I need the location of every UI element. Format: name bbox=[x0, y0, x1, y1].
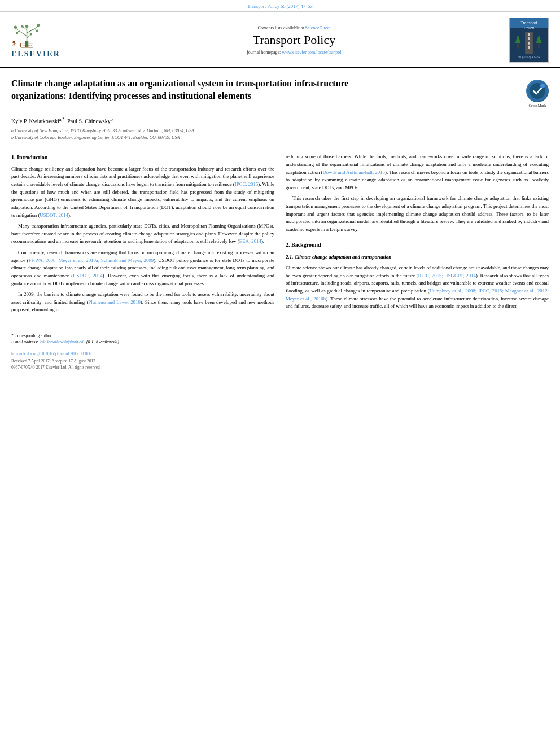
intro-para-1: Climate change resiliency and adaptation… bbox=[11, 165, 274, 219]
doi-link[interactable]: http://dx.doi.org/10.1016/j.tranpol.2017… bbox=[11, 351, 91, 356]
author-email-link[interactable]: kyle.kwiatkowski@unh.edu bbox=[40, 339, 85, 344]
cover-illustration: Transport Policy 60 (2017) 47–53 bbox=[509, 18, 549, 62]
subsection-title: Climate change adaptation and transporta… bbox=[295, 254, 392, 260]
right-para-2: This research takes the first step in de… bbox=[286, 195, 549, 233]
dowds-link[interactable]: Dowds and Aultman-hall, 2015 bbox=[322, 169, 384, 175]
article-title-section: Climate change adaptation as an organiza… bbox=[11, 77, 549, 111]
crossmark-badge[interactable] bbox=[526, 80, 549, 102]
svg-point-4 bbox=[37, 24, 40, 27]
copyright-section: 0967-070X/© 2017 Elsevier Ltd. All right… bbox=[0, 364, 560, 374]
corresponding-note: * Corresponding author. bbox=[11, 333, 549, 339]
affiliations: a University of New Hampshire, W183 King… bbox=[11, 128, 549, 141]
article-body: 1. Introduction Climate change resilienc… bbox=[11, 153, 549, 317]
svg-text:ELSEVIER: ELSEVIER bbox=[23, 45, 33, 47]
eea-2014-link[interactable]: EEA, 2014 bbox=[239, 238, 261, 244]
intro-title: Introduction bbox=[17, 154, 47, 160]
article-content: Climate change adaptation as an organiza… bbox=[0, 68, 560, 323]
page-wrapper: Transport Policy 60 (2017) 47–53 bbox=[0, 0, 560, 374]
journal-center: Contents lists available at ScienceDirec… bbox=[79, 25, 509, 55]
svg-point-7 bbox=[25, 25, 29, 28]
received-text: Received 7 April 2017; Accepted 17 Augus… bbox=[11, 359, 95, 364]
affiliation-1: a University of New Hampshire, W183 King… bbox=[11, 128, 549, 134]
elsevier-logo: ELSEVIER ELSEVIER bbox=[11, 21, 79, 59]
intro-para-3: Concurrently, research frameworks are em… bbox=[11, 249, 274, 287]
svg-text:60 (2017) 47–53: 60 (2017) 47–53 bbox=[518, 55, 540, 59]
journal-cover-image: Transport Policy 60 (2017) 47–53 bbox=[509, 18, 549, 63]
subsection-heading: 2.1. Climate change adaptation and trans… bbox=[286, 254, 549, 261]
author2-name: Paul S. Chinowsky bbox=[67, 118, 110, 124]
sciencedirect-link[interactable]: ScienceDirect bbox=[305, 25, 331, 30]
journal-homepage: journal homepage: www.elsevier.com/locat… bbox=[90, 50, 498, 55]
svg-text:Transport: Transport bbox=[521, 21, 537, 25]
doi-section: http://dx.doi.org/10.1016/j.tranpol.2017… bbox=[0, 349, 560, 359]
article-divider bbox=[11, 147, 549, 147]
subsection-number: 2.1. bbox=[286, 254, 294, 260]
humphrey-link[interactable]: Humphrey et al., 2008; IPCC, 2015; Meagh… bbox=[286, 288, 549, 302]
svg-text:Policy: Policy bbox=[524, 26, 535, 30]
author2-sup: b bbox=[111, 117, 113, 122]
intro-para-2: Many transportation infrastructure agenc… bbox=[11, 222, 274, 246]
usdot-2014-link-1[interactable]: USDOT, 2014 bbox=[40, 212, 68, 218]
subsection-para: Climate science shows our climate has al… bbox=[286, 264, 549, 311]
svg-point-3 bbox=[21, 25, 24, 28]
contents-available-text: Contents lists available at ScienceDirec… bbox=[90, 25, 498, 30]
elsevier-tree-icon: ELSEVIER bbox=[11, 21, 42, 49]
ipcc-2015-link-1[interactable]: IPCC, 2015 bbox=[235, 181, 259, 187]
received-section: Received 7 April 2017; Accepted 17 Augus… bbox=[0, 359, 560, 364]
crossmark-container: CrossMark bbox=[526, 80, 549, 108]
author1-name: Kyle P. Kwiatkowski bbox=[11, 118, 59, 124]
svg-point-5 bbox=[36, 29, 39, 32]
footer-section: * Corresponding author. E-mail address: … bbox=[0, 329, 560, 349]
plumeau-link[interactable]: Plumeau and Lawe, 2010 bbox=[88, 299, 140, 305]
background-title: Background bbox=[291, 242, 321, 248]
citation-text: Transport Policy 60 (2017) 47–53 bbox=[247, 3, 312, 9]
column-right: reducing some of those barriers. While t… bbox=[286, 153, 549, 317]
crossmark-label: CrossMark bbox=[528, 103, 546, 108]
svg-rect-20 bbox=[528, 37, 530, 40]
intro-heading: 1. Introduction bbox=[11, 153, 274, 162]
copyright-text: 0967-070X/© 2017 Elsevier Ltd. All right… bbox=[11, 365, 101, 370]
article-title: Climate change adaptation as an organiza… bbox=[11, 77, 395, 103]
usdot-2014-link-2[interactable]: USDOT, 2014 bbox=[73, 273, 103, 278]
fhwa-link[interactable]: FHWA, 2008; Meyer et al., 2010a; Schmidt… bbox=[29, 257, 154, 263]
intro-para-4: In 2009, the barriers to climate change … bbox=[11, 291, 274, 314]
journal-url[interactable]: www.elsevier.com/locate/tranpol bbox=[282, 50, 341, 55]
ipcc-usgcrp-link[interactable]: IPCC, 2015; USGCRP, 2014 bbox=[418, 273, 476, 278]
email-footnote: E-mail address: kyle.kwiatkowski@unh.edu… bbox=[11, 339, 549, 345]
journal-header: ELSEVIER ELSEVIER Contents lists availab… bbox=[0, 11, 560, 68]
svg-rect-22 bbox=[528, 46, 530, 49]
author1-sup: a,* bbox=[59, 117, 65, 122]
svg-point-28 bbox=[540, 84, 545, 88]
crossmark-icon bbox=[527, 80, 548, 102]
background-number: 2. bbox=[286, 242, 290, 248]
svg-point-8 bbox=[12, 41, 15, 44]
journal-title: Transport Policy bbox=[90, 33, 498, 47]
background-heading: 2. Background bbox=[286, 241, 549, 250]
svg-point-6 bbox=[30, 33, 33, 36]
svg-point-2 bbox=[16, 32, 19, 34]
right-para-1: reducing some of those barriers. While t… bbox=[286, 153, 549, 191]
affiliation-2: b University of Colorado Boulder, Engine… bbox=[11, 134, 549, 141]
journal-citation: Transport Policy 60 (2017) 47–53 bbox=[0, 0, 560, 11]
intro-number: 1. bbox=[11, 154, 16, 160]
svg-rect-21 bbox=[528, 42, 530, 45]
authors-line: Kyle P. Kwiatkowskia,*, Paul S. Chinowsk… bbox=[11, 117, 549, 124]
column-left: 1. Introduction Climate change resilienc… bbox=[11, 153, 274, 317]
elsevier-brand-text: ELSEVIER bbox=[11, 50, 60, 59]
svg-point-1 bbox=[14, 26, 17, 29]
svg-rect-19 bbox=[528, 33, 530, 36]
